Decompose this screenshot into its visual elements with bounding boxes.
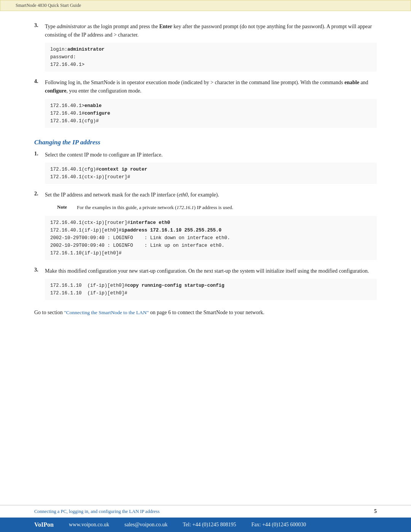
voipon-fax: Fax: +44 (0)1245 600030	[252, 522, 306, 528]
voipon-email: sales@voipon.co.uk	[124, 522, 167, 528]
ip-step-1-code: 172.16.40.1(cfg)#context ip router 172.1…	[45, 163, 377, 184]
section-heading: Changing the IP address	[34, 139, 377, 146]
go-to-section: Go to section "Connecting the SmartNode …	[34, 308, 377, 317]
header-title: SmartNode 4830 Quick Start Guide	[16, 3, 81, 8]
ip-step-3-block: 3. Make this modified configuration your…	[34, 267, 377, 300]
ip-step-3-text: Make this modified configuration your ne…	[45, 267, 377, 275]
ip-step-3-num: 3.	[34, 267, 45, 273]
note-label: Note	[57, 204, 74, 210]
header-bar: SmartNode 4830 Quick Start Guide	[0, 0, 411, 11]
ip-step-2-block: 2. Set the IP address and network mask f…	[34, 191, 377, 260]
ip-step-2-row: 2. Set the IP address and network mask f…	[34, 191, 377, 199]
ip-step-3-code: 172.16.1.10 (if-ip)[eth0]#copy running-c…	[45, 279, 377, 300]
footer-voipon-bar: VoIPon www.voipon.co.uk sales@voipon.co.…	[0, 518, 411, 532]
voipon-brand: VoIPon	[34, 521, 54, 528]
footer-inner: Connecting a PC, logging in, and configu…	[0, 505, 411, 518]
step-3-text: Type administrator as the login prompt a…	[45, 22, 377, 39]
go-to-text-after: on page 6 to connect the SmartNode to yo…	[149, 310, 264, 315]
page-wrapper: SmartNode 4830 Quick Start Guide 3. Type…	[0, 0, 411, 532]
voipon-tel: Tel: +44 (0)1245 808195	[183, 522, 236, 528]
main-content: 3. Type administrator as the login promp…	[0, 11, 411, 363]
step-4-num: 4.	[34, 78, 45, 85]
page-footer: Connecting a PC, logging in, and configu…	[0, 505, 411, 532]
ip-step-3-row: 3. Make this modified configuration your…	[34, 267, 377, 275]
step-3-block: 3. Type administrator as the login promp…	[34, 22, 377, 72]
step-4-row: 4. Following log in, the SmartNode is in…	[34, 78, 377, 95]
step-3-code: login:administrator password: 172.16.40.…	[45, 43, 377, 72]
ip-step-1-block: 1. Select the context IP mode to configu…	[34, 151, 377, 184]
step-3-row: 3. Type administrator as the login promp…	[34, 22, 377, 39]
note-text: For the examples in this guide, a privat…	[77, 204, 233, 211]
go-to-text-before: Go to section	[34, 310, 64, 315]
ip-step-2-code: 172.16.40.1(ctx-ip)[router]#interface et…	[45, 216, 377, 260]
footer-link-text[interactable]: Connecting a PC, logging in, and configu…	[34, 509, 159, 514]
footer-page-num: 5	[374, 508, 377, 514]
note-box: Note For the examples in this guide, a p…	[57, 204, 377, 211]
ip-step-1-row: 1. Select the context IP mode to configu…	[34, 151, 377, 159]
step-4-text: Following log in, the SmartNode is in op…	[45, 78, 377, 95]
ip-step-1-num: 1.	[34, 151, 45, 157]
ip-step-2-num: 2.	[34, 191, 45, 197]
voipon-website: www.voipon.co.uk	[69, 522, 109, 528]
ip-step-1-text: Select the context IP mode to configure …	[45, 151, 377, 159]
go-to-link[interactable]: "Connecting the SmartNode to the LAN"	[64, 310, 149, 315]
step-4-block: 4. Following log in, the SmartNode is in…	[34, 78, 377, 128]
ip-step-2-text: Set the IP address and network mask for …	[45, 191, 377, 199]
step-3-num: 3.	[34, 22, 45, 29]
step-4-code: 172.16.40.1>enable 172.16.40.1#configure…	[45, 99, 377, 128]
